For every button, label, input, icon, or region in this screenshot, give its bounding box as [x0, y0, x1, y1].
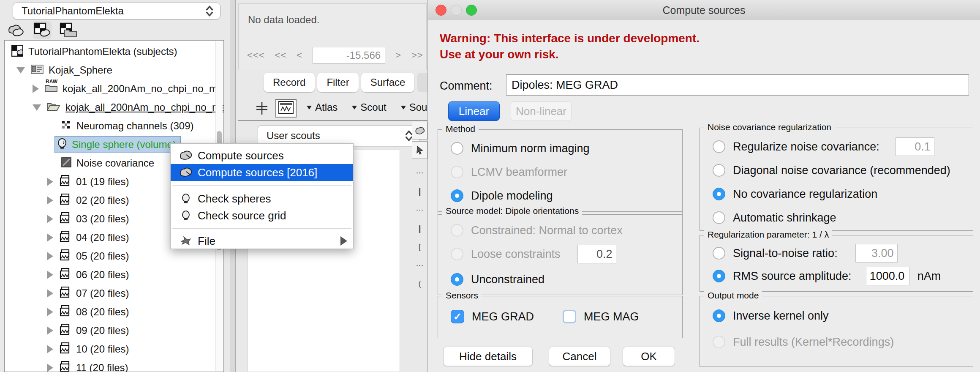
- radio-icon[interactable]: [713, 309, 725, 322]
- dialog-titlebar[interactable]: Compute sources: [428, 0, 980, 20]
- atlas-menu-button[interactable]: Atlas: [307, 101, 338, 113]
- noise-cov-value-input[interactable]: [896, 137, 934, 156]
- protocol-selector[interactable]: TutorialPhantomElekta: [13, 3, 220, 19]
- rewind-button[interactable]: <<: [275, 50, 287, 61]
- radio-label: Inverse kernel only: [733, 309, 829, 323]
- tree-item-raw-folder[interactable]: RAW kojak_all_200nAm_no_chpi_no_ms: [5, 79, 224, 98]
- expand-arrow-icon[interactable]: [47, 326, 53, 335]
- radio-icon[interactable]: [451, 142, 463, 155]
- radio-lcmv-beamformer[interactable]: LCMV beamformer: [451, 164, 567, 181]
- radio-inverse-kernel-only[interactable]: Inverse kernel only: [713, 307, 829, 324]
- scout-timeseries-button[interactable]: [275, 99, 297, 118]
- tree-item-subject[interactable]: Kojak_Sphere: [5, 61, 224, 79]
- tree-item-trials[interactable]: 11 (20 files): [5, 358, 224, 372]
- rms-amplitude-input[interactable]: [866, 267, 910, 285]
- hide-details-button[interactable]: Hide details: [443, 347, 533, 366]
- collapse-arrow-icon[interactable]: [33, 104, 41, 111]
- radio-dipole-modeling[interactable]: Dipole modeling: [451, 187, 553, 204]
- step-back-button[interactable]: <: [297, 50, 302, 61]
- expand-arrow-icon[interactable]: [33, 85, 39, 93]
- expand-arrow-icon[interactable]: [47, 289, 53, 298]
- expand-arrow-icon[interactable]: [47, 345, 53, 353]
- tab-record[interactable]: Record: [264, 73, 315, 92]
- database-toolbar: [7, 21, 78, 39]
- menu-item-label: Compute sources: [198, 149, 284, 162]
- expand-arrow-icon[interactable]: [47, 215, 53, 223]
- tab-filter[interactable]: Filter: [317, 73, 358, 92]
- radio-minimum-norm[interactable]: Minimum norm imaging: [451, 140, 590, 157]
- expand-arrow-icon[interactable]: [47, 178, 53, 186]
- snr-input[interactable]: [855, 244, 898, 263]
- view-functional-subjects-button[interactable]: [33, 21, 52, 39]
- tree-item-trials[interactable]: 08 (20 files): [5, 303, 224, 321]
- time-value-input[interactable]: [313, 47, 385, 64]
- menu-item-compute-sources-2016[interactable]: Compute sources [2016]: [171, 164, 353, 181]
- tree-item-trials[interactable]: 06 (20 files): [5, 265, 224, 284]
- view-subjects-button[interactable]: [7, 21, 25, 39]
- expand-arrow-icon[interactable]: [47, 308, 53, 316]
- clipped-brain-button[interactable]: [412, 122, 427, 140]
- comment-input[interactable]: [506, 74, 969, 96]
- menu-item-check-source-grid[interactable]: Check source grid: [171, 207, 353, 224]
- radio-rms-amplitude[interactable]: RMS source amplitude: nAm: [713, 268, 941, 284]
- expand-arrow-icon[interactable]: [47, 271, 53, 279]
- expand-arrow-icon[interactable]: [47, 364, 53, 372]
- checkbox-icon[interactable]: [563, 310, 576, 323]
- menu-item-compute-sources[interactable]: Compute sources: [171, 147, 353, 164]
- tree-item-open-folder[interactable]: kojak_all_200nAm_no_chpi_no_ms: [5, 98, 224, 117]
- clipped-glyphs: ⋯: [412, 261, 427, 270]
- radio-no-cov-regularization[interactable]: No covariance regularization: [713, 186, 877, 202]
- tree-item-trials[interactable]: 09 (20 files): [5, 321, 224, 340]
- step-forward-button[interactable]: >: [395, 50, 401, 61]
- radio-unconstrained[interactable]: Unconstrained: [451, 271, 544, 288]
- cancel-button[interactable]: Cancel: [549, 347, 610, 366]
- radio-icon[interactable]: [713, 188, 725, 200]
- selected-highlight[interactable]: Single sphere (volume): [54, 136, 181, 153]
- group-title: Noise covariance regularization: [704, 122, 835, 132]
- tree-item-trials[interactable]: 05 (20 files): [5, 247, 224, 265]
- radio-icon[interactable]: [713, 211, 725, 224]
- checkbox-icon[interactable]: ✓: [451, 310, 464, 323]
- nonlinear-button[interactable]: Non-linear: [511, 101, 572, 121]
- radio-loose-constraints[interactable]: Loose constraints: [451, 246, 616, 263]
- expand-arrow-icon[interactable]: [47, 196, 53, 205]
- checkbox-meg-grad[interactable]: ✓ MEG GRAD: [451, 308, 534, 325]
- scout-menu-button[interactable]: Scout: [352, 101, 386, 113]
- tab-surface[interactable]: Surface: [361, 73, 415, 92]
- fast-forward-button[interactable]: >>: [411, 50, 423, 61]
- radio-automatic-shrinkage[interactable]: Automatic shrinkage: [713, 209, 836, 226]
- split-view-icon[interactable]: [255, 101, 269, 117]
- menu-item-label: Check source grid: [198, 209, 286, 222]
- radio-snr[interactable]: Signal-to-noise ratio:: [713, 245, 898, 262]
- expand-arrow-icon[interactable]: [47, 233, 53, 242]
- radio-diagonal-noise-cov[interactable]: Diagonal noise covariance (recommended): [713, 162, 950, 179]
- clipped-cursor-button[interactable]: [412, 141, 427, 159]
- radio-icon[interactable]: [713, 247, 725, 260]
- loose-constraints-input[interactable]: [577, 245, 616, 263]
- menu-item-check-spheres[interactable]: Check spheres: [171, 190, 353, 207]
- radio-icon[interactable]: [451, 273, 463, 286]
- tree-item-trials[interactable]: 07 (20 files): [5, 284, 224, 303]
- radio-icon[interactable]: [713, 164, 725, 177]
- radio-constrained[interactable]: Constrained: Normal to cortex: [451, 222, 623, 239]
- radio-icon[interactable]: [713, 270, 725, 282]
- tree-item-protocol[interactable]: TutorialPhantomElekta (subjects): [5, 42, 224, 61]
- radio-regularize-noise-cov[interactable]: Regularize noise covariance:: [713, 138, 934, 155]
- linear-button[interactable]: Linear: [448, 101, 500, 121]
- radio-icon[interactable]: [713, 140, 725, 153]
- expand-arrow-icon[interactable]: [47, 252, 53, 260]
- tree-item-label: 08 (20 files): [76, 306, 129, 318]
- brain-icon: [177, 150, 194, 161]
- ok-button[interactable]: OK: [623, 347, 675, 366]
- tree-item-trials[interactable]: 10 (20 files): [5, 340, 224, 358]
- go-first-button[interactable]: <<<: [247, 50, 265, 61]
- clipped-glyphs: ⋯: [412, 205, 427, 215]
- trial-group-icon: [59, 175, 71, 189]
- collapse-arrow-icon[interactable]: [16, 67, 25, 74]
- radio-icon[interactable]: [451, 189, 463, 202]
- menu-item-file[interactable]: File: [171, 232, 353, 249]
- checkbox-meg-mag[interactable]: MEG MAG: [563, 308, 639, 325]
- tree-item-channels[interactable]: Neuromag channels (309): [5, 117, 224, 135]
- radio-full-results[interactable]: Full results (Kernel*Recordings): [713, 334, 894, 350]
- view-functional-folders-button[interactable]: [59, 21, 78, 39]
